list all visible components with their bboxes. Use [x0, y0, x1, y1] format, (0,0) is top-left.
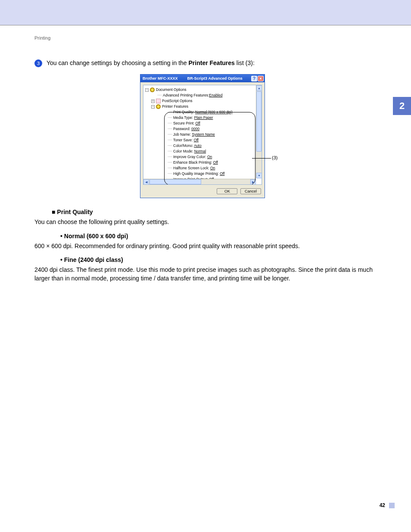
scroll-left-icon[interactable]: ◀ [143, 179, 149, 185]
setting-label: Job Name: [173, 132, 192, 137]
section-tab: 2 [393, 97, 411, 115]
help-button[interactable]: ? [251, 76, 257, 81]
setting-row[interactable]: ┄┄Enhance Black Printing: Off [145, 160, 255, 165]
setting-label: Color/Mono: [173, 143, 194, 148]
setting-value[interactable]: Off [194, 138, 199, 142]
setting-label: Improve Gray Color: [173, 155, 207, 159]
scroll-thumb-horizontal[interactable] [149, 179, 201, 184]
printer-features-node[interactable]: Printer Features [162, 104, 188, 109]
setting-value[interactable]: On [207, 155, 212, 159]
fine-text: 2400 dpi class. The finest print mode. U… [34, 266, 385, 283]
setting-row[interactable]: ┄┄Improve Gray Color: On [145, 154, 255, 160]
setting-row[interactable]: ┄┄Secure Print: Off [145, 121, 255, 126]
step-text-c: list (3): [235, 59, 255, 66]
dialog-buttons: OK Cancel [140, 187, 265, 198]
setting-value[interactable]: Off [196, 121, 200, 125]
collapse-icon[interactable]: − [145, 88, 149, 92]
fine-heading: Fine (2400 dpi class) [60, 256, 385, 263]
step-text-a: You can change settings by choosing a se… [47, 59, 189, 66]
ok-button[interactable]: OK [217, 188, 237, 194]
step-number-badge: 3 [34, 59, 42, 67]
dialog-titlebar: Brother MFC-XXXX BR-Script3 Advanced Opt… [140, 75, 265, 82]
advanced-options-dialog: Brother MFC-XXXX BR-Script3 Advanced Opt… [140, 74, 265, 198]
setting-label: Secure Print: [173, 121, 196, 125]
setting-row[interactable]: ┄┄Print Quality: Normal (600 x 600 dpi) [145, 109, 255, 115]
setting-value[interactable]: Plain Paper [194, 115, 213, 120]
callout-number: (3) [272, 155, 277, 160]
setting-value[interactable]: Auto [194, 143, 202, 148]
page-number-bar [389, 503, 395, 508]
step-3: 3 You can change settings by choosing a … [34, 59, 385, 67]
dialog-screenshot: Brother MFC-XXXX BR-Script3 Advanced Opt… [140, 74, 276, 198]
setting-label: Password: [173, 127, 191, 131]
normal-heading: Normal (600 x 600 dpi) [60, 233, 385, 240]
setting-label: Toner Save: [173, 138, 194, 142]
collapse-icon[interactable]: − [151, 105, 155, 109]
setting-value[interactable]: Normal (600 x 600 dpi) [195, 110, 232, 114]
setting-row[interactable]: ┄┄Halftone Screen Lock: On [145, 165, 255, 171]
adv-value[interactable]: Enabled [209, 93, 222, 98]
setting-label: Enhance Black Printing: [173, 160, 213, 165]
dialog-title-right: BR-Script3 Advanced Options [187, 76, 243, 81]
setting-row[interactable]: ┄┄Toner Save: Off [145, 137, 255, 143]
tree-pane: − Document Options ┄┄ Advanced Printing … [143, 85, 262, 185]
step-text-b: Printer Features [189, 59, 235, 66]
scroll-right-icon[interactable]: ▶ [250, 179, 256, 185]
expand-icon[interactable]: + [151, 100, 155, 103]
print-quality-text: You can choose the following print quali… [34, 218, 385, 227]
setting-label: Print Quality: [173, 110, 195, 114]
setting-value[interactable]: 0000 [191, 127, 199, 131]
normal-text: 600 × 600 dpi. Recommended for ordinary … [34, 242, 385, 251]
scroll-up-icon[interactable]: ▲ [256, 85, 262, 91]
print-quality-heading: Print Quality [52, 208, 385, 215]
page-content: Printing 3 You can change settings by ch… [34, 35, 385, 288]
callout-leader-line [252, 158, 271, 159]
setting-row[interactable]: ┄┄Job Name: System Name [145, 132, 255, 137]
setting-label: Media Type: [173, 115, 194, 120]
scroll-thumb-vertical[interactable] [256, 91, 262, 152]
page-number: 42 [380, 502, 385, 508]
dialog-title-left: Brother MFC-XXXX [143, 76, 178, 81]
setting-value[interactable]: Normal [194, 149, 206, 153]
tree-content: − Document Options ┄┄ Advanced Printing … [145, 87, 255, 182]
close-button[interactable]: × [258, 76, 264, 81]
setting-row[interactable]: ┄┄Media Type: Plain Paper [145, 115, 255, 121]
setting-label: High Quality Image Printing: [173, 171, 220, 176]
postscript-icon [156, 99, 161, 103]
header-rule [0, 25, 411, 25]
setting-value[interactable]: Off [213, 160, 218, 165]
setting-row[interactable]: ┄┄Color Mode: Normal [145, 149, 255, 154]
setting-row[interactable]: ┄┄High Quality Image Printing: Off [145, 171, 255, 177]
root-node[interactable]: Document Options [156, 87, 186, 93]
gear-icon [150, 87, 155, 92]
setting-row[interactable]: ┄┄Password: 0000 [145, 126, 255, 132]
setting-value[interactable]: System Name [192, 132, 215, 137]
setting-row[interactable]: ┄┄Color/Mono: Auto [145, 143, 255, 149]
gear-icon [156, 104, 161, 109]
postscript-node[interactable]: PostScript Options [162, 98, 192, 104]
scroll-down-icon[interactable]: ▼ [256, 173, 262, 178]
setting-label: Color Mode: [173, 149, 194, 153]
adv-label[interactable]: Advanced Printing Features: [163, 93, 209, 98]
cancel-button[interactable]: Cancel [240, 188, 261, 194]
running-head: Printing [34, 35, 385, 40]
setting-label: Halftone Screen Lock: [173, 166, 210, 170]
setting-value[interactable]: Off [220, 171, 224, 176]
tree-connector-icon: ┄┄ [157, 93, 162, 98]
header-band [0, 0, 411, 25]
setting-value[interactable]: On [210, 166, 215, 170]
